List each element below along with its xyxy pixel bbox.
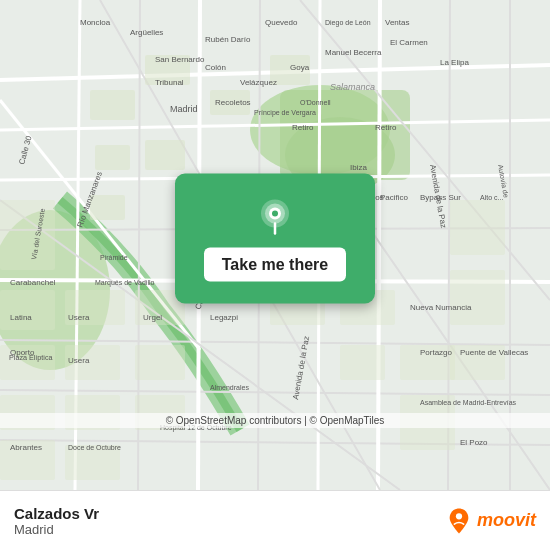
svg-text:Almendrales: Almendrales	[210, 384, 249, 391]
svg-text:Puente de Vallecas: Puente de Vallecas	[460, 348, 528, 357]
svg-rect-26	[90, 90, 135, 120]
svg-text:Pacifico: Pacifico	[380, 193, 409, 202]
svg-text:San Bernardo: San Bernardo	[155, 55, 205, 64]
svg-text:Usera: Usera	[68, 313, 90, 322]
svg-text:Goya: Goya	[290, 63, 310, 72]
svg-text:Plaza Elíptica: Plaza Elíptica	[9, 353, 53, 362]
take-me-there-button[interactable]: Take me there	[204, 248, 346, 282]
svg-text:Nueva Numancia: Nueva Numancia	[410, 303, 472, 312]
svg-text:Ibiza: Ibiza	[350, 163, 367, 172]
svg-text:Ventas: Ventas	[385, 18, 409, 27]
svg-rect-32	[90, 195, 125, 220]
location-info: Calzados Vr Madrid	[14, 505, 99, 537]
svg-text:Manuel Becerra: Manuel Becerra	[325, 48, 382, 57]
svg-text:Usera: Usera	[68, 356, 90, 365]
svg-point-109	[272, 211, 278, 217]
svg-rect-43	[135, 345, 185, 380]
svg-text:El Carmen: El Carmen	[390, 38, 428, 47]
svg-text:Portazgo: Portazgo	[420, 348, 453, 357]
svg-rect-29	[95, 145, 130, 170]
svg-text:Recoletos: Recoletos	[215, 98, 251, 107]
svg-text:Diego de León: Diego de León	[325, 19, 371, 27]
map-container: Madrid Río Manzanares Vía del Suroeste C…	[0, 0, 550, 490]
svg-text:Asamblea de Madrid-Entrevías: Asamblea de Madrid-Entrevías	[420, 399, 517, 406]
svg-text:Retiro: Retiro	[292, 123, 314, 132]
svg-text:El Pozo: El Pozo	[460, 438, 488, 447]
svg-rect-48	[340, 345, 385, 380]
svg-text:Retiro: Retiro	[375, 123, 397, 132]
svg-text:Argüelles: Argüelles	[130, 28, 163, 37]
svg-point-110	[456, 513, 462, 519]
location-pin-icon	[253, 196, 297, 240]
svg-text:La Elipa: La Elipa	[440, 58, 469, 67]
svg-text:Alto c...: Alto c...	[480, 194, 503, 201]
svg-text:Madrid: Madrid	[170, 104, 198, 114]
svg-text:Príncipe de Vergara: Príncipe de Vergara	[254, 109, 316, 117]
svg-rect-51	[450, 270, 505, 325]
svg-text:Colón: Colón	[205, 63, 226, 72]
moovit-logo: moovit	[445, 507, 536, 535]
svg-text:Quevedo: Quevedo	[265, 18, 298, 27]
svg-text:Moncloa: Moncloa	[80, 18, 111, 27]
osm-credit: © OpenStreetMap contributors | © OpenMap…	[0, 413, 550, 428]
svg-text:Velázquez: Velázquez	[240, 78, 277, 87]
svg-text:Pirámide: Pirámide	[100, 254, 128, 261]
location-name: Calzados Vr	[14, 505, 99, 522]
svg-rect-30	[145, 140, 185, 170]
svg-text:Marqués de Vadillo: Marqués de Vadillo	[95, 279, 155, 287]
bottom-bar: Calzados Vr Madrid moovit	[0, 490, 550, 550]
svg-text:Rubén Darío: Rubén Darío	[205, 35, 251, 44]
svg-text:Salamanca: Salamanca	[330, 82, 375, 92]
svg-text:Carabanchel: Carabanchel	[10, 278, 56, 287]
svg-rect-50	[450, 200, 505, 255]
svg-rect-34	[0, 290, 55, 330]
svg-text:Legazpi: Legazpi	[210, 313, 238, 322]
svg-rect-33	[0, 200, 55, 270]
overlay-card: Take me there	[175, 174, 375, 304]
moovit-text: moovit	[477, 510, 536, 531]
svg-text:Latina: Latina	[10, 313, 32, 322]
svg-text:O'Donnell: O'Donnell	[300, 99, 331, 106]
location-city: Madrid	[14, 522, 99, 537]
svg-text:Doce de Octubre: Doce de Octubre	[68, 444, 121, 451]
svg-text:Abrantes: Abrantes	[10, 443, 42, 452]
svg-text:Tribunal: Tribunal	[155, 78, 184, 87]
moovit-pin-icon	[445, 507, 473, 535]
svg-text:Urgel: Urgel	[143, 313, 162, 322]
